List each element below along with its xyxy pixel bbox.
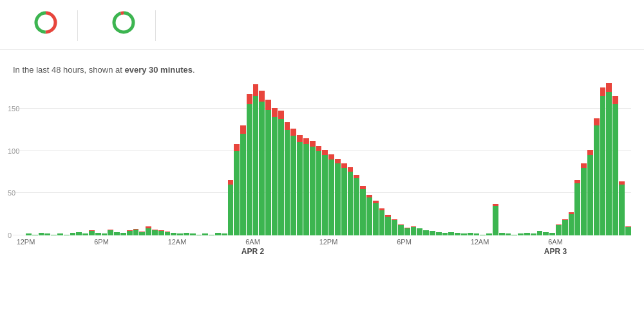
- bar-group: [146, 87, 151, 235]
- bar-group: [196, 87, 202, 235]
- bar-group: [480, 87, 486, 235]
- bar-green: [335, 163, 341, 235]
- bar-red: [265, 100, 271, 110]
- bar-group: [587, 87, 593, 235]
- bar-red: [328, 154, 334, 159]
- bar-group: [228, 87, 234, 235]
- chart-area: 150 100 50 0: [13, 87, 631, 235]
- x-tick-label: 6PM: [397, 238, 412, 246]
- bar-group: [70, 87, 76, 235]
- bar-group: [417, 87, 422, 235]
- bar-red: [606, 83, 612, 92]
- bar-red: [341, 163, 347, 168]
- bar-group: [581, 87, 587, 235]
- bar-green: [404, 228, 410, 235]
- bar-group: [190, 87, 196, 235]
- bar-green: [600, 96, 606, 235]
- bar-group: [348, 87, 354, 235]
- svg-point-4: [114, 13, 133, 32]
- bar-group: [44, 87, 50, 235]
- bar-group: [404, 87, 410, 235]
- bar-red: [303, 138, 309, 144]
- bar-group: [95, 87, 101, 235]
- bar-green: [373, 203, 379, 235]
- bar-green: [625, 227, 631, 235]
- bar-group: [82, 87, 88, 235]
- bar-green: [310, 147, 316, 235]
- bar-red: [581, 163, 587, 168]
- bar-red: [234, 144, 240, 151]
- bar-group: [215, 87, 221, 235]
- bar-green: [562, 220, 568, 235]
- bar-green: [587, 155, 593, 235]
- bar-group: [247, 87, 252, 235]
- bar-group: [316, 87, 322, 235]
- auth-group: [97, 10, 156, 41]
- bar-green: [272, 117, 278, 235]
- bar-green: [234, 151, 240, 235]
- bar-group: [310, 87, 316, 235]
- bar-green: [569, 214, 574, 235]
- bar-group: [518, 87, 524, 235]
- x-tick-label: 12AM: [168, 238, 187, 246]
- bar-green: [259, 102, 265, 235]
- bar-group: [158, 87, 164, 235]
- bar-red: [290, 129, 296, 136]
- bar-group: [354, 87, 359, 235]
- bar-group: [366, 87, 372, 235]
- bar-group: [177, 87, 183, 235]
- bar-group: [341, 87, 347, 235]
- bar-green: [430, 231, 435, 235]
- bar-red: [253, 84, 259, 96]
- bar-group: [493, 87, 498, 235]
- bar-group: [234, 87, 240, 235]
- bar-group: [448, 87, 454, 235]
- bar-red: [272, 108, 278, 117]
- bar-green: [392, 220, 397, 235]
- x-tick-label: 12PM: [17, 238, 35, 246]
- bar-green: [240, 134, 246, 235]
- endpoints-group: [13, 10, 78, 41]
- bar-green: [619, 185, 625, 235]
- x-tick-label: 12PM: [319, 238, 338, 246]
- bar-group: [253, 87, 259, 235]
- bar-red: [240, 125, 246, 134]
- bar-group: [152, 87, 158, 235]
- bar-group: [600, 87, 606, 235]
- bar-green: [360, 189, 366, 235]
- bar-green: [537, 231, 543, 235]
- bar-red: [587, 150, 593, 155]
- bar-group: [240, 87, 246, 235]
- bar-red: [310, 141, 316, 147]
- bar-green: [133, 230, 139, 235]
- bar-group: [461, 87, 467, 235]
- bar-group: [26, 87, 32, 235]
- bar-green: [247, 104, 252, 235]
- bar-green: [423, 230, 429, 235]
- bar-green: [385, 217, 391, 235]
- bar-group: [398, 87, 404, 235]
- bar-green: [108, 230, 113, 235]
- bar-green: [158, 231, 164, 235]
- bar-green: [316, 151, 322, 235]
- x-tick-label: 6AM: [245, 238, 260, 246]
- bar-group: [574, 87, 580, 235]
- bar-group: [89, 87, 95, 235]
- bar-group: [625, 87, 631, 235]
- bar-green: [278, 119, 284, 235]
- bar-green: [146, 228, 151, 235]
- chart-subtitle: In the last 48 hours, shown at every 30 …: [13, 65, 631, 75]
- bar-group: [537, 87, 543, 235]
- bar-green: [228, 185, 234, 235]
- chart-container: 150 100 50 0 12PM6PM12AM6AM12PM6PM12AM6A…: [13, 87, 631, 268]
- bar-group: [468, 87, 473, 235]
- bar-group: [285, 87, 290, 235]
- bar-group: [202, 87, 208, 235]
- bar-group: [278, 87, 284, 235]
- bar-group: [499, 87, 505, 235]
- bar-group: [612, 87, 618, 235]
- bar-green: [612, 104, 618, 235]
- bar-green: [290, 136, 296, 235]
- bar-group: [165, 87, 171, 235]
- bar-group: [64, 87, 70, 235]
